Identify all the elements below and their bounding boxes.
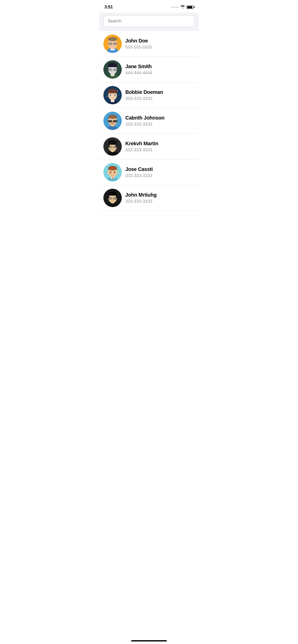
list-item[interactable]: John Mrtiuhg 333-333-3333 xyxy=(99,185,199,211)
avatar xyxy=(103,163,122,181)
wifi-icon xyxy=(180,5,185,9)
contact-info: Jane Smith 444-444-4444 xyxy=(125,64,152,76)
svg-rect-45 xyxy=(108,120,112,122)
status-icons xyxy=(171,5,194,9)
contact-info: Cabnth Johnson 333-333-3333 xyxy=(125,115,165,127)
svg-point-74 xyxy=(116,171,118,174)
svg-rect-34 xyxy=(108,91,117,93)
contact-phone: 333-333-3333 xyxy=(125,199,157,204)
contact-name: Bobbie Doeman xyxy=(125,89,163,95)
svg-point-25 xyxy=(118,95,119,95)
contact-info: Jose Cassti 333-333-3333 xyxy=(125,166,153,178)
list-item[interactable]: Cabnth Johnson 333-333-3333 xyxy=(99,108,199,134)
svg-point-28 xyxy=(106,92,106,93)
contact-info: Bobbie Doeman 333-333-3333 xyxy=(125,89,163,101)
svg-rect-56 xyxy=(108,142,117,145)
svg-point-62 xyxy=(110,147,111,148)
svg-point-36 xyxy=(114,95,116,96)
list-item[interactable]: John Doe 555-555-5555 xyxy=(99,31,199,57)
svg-point-22 xyxy=(115,69,116,70)
contact-info: John Doe 555-555-5555 xyxy=(125,38,152,50)
svg-rect-82 xyxy=(108,194,117,196)
svg-point-75 xyxy=(110,172,111,173)
contact-name: Cabnth Johnson xyxy=(125,115,165,121)
search-container xyxy=(99,13,199,31)
contact-phone: 333-333-3333 xyxy=(125,148,158,153)
avatar xyxy=(103,86,122,104)
list-item[interactable]: Bobbie Doeman 333-333-3333 xyxy=(99,82,199,108)
svg-point-27 xyxy=(107,96,107,97)
list-item[interactable]: Jose Cassti 333-333-3333 xyxy=(99,159,199,185)
list-item[interactable]: Jane Smith 444-444-4444 xyxy=(99,57,199,82)
svg-point-89 xyxy=(114,198,115,199)
search-input[interactable] xyxy=(103,15,195,27)
battery-icon xyxy=(186,5,194,9)
svg-point-88 xyxy=(110,198,111,199)
svg-point-24 xyxy=(117,91,118,92)
contact-name: Krekvh Martin xyxy=(125,141,158,147)
contact-name: John Doe xyxy=(125,38,152,44)
svg-point-35 xyxy=(110,95,111,96)
svg-point-73 xyxy=(107,171,109,174)
avatar xyxy=(103,137,122,156)
svg-rect-17 xyxy=(108,65,117,67)
contact-name: John Mrtiuhg xyxy=(125,192,157,198)
svg-point-63 xyxy=(114,147,115,148)
svg-point-21 xyxy=(110,69,111,70)
contact-phone: 444-444-4444 xyxy=(125,70,152,76)
svg-line-49 xyxy=(117,121,118,121)
contact-info: John Mrtiuhg 333-333-3333 xyxy=(125,192,157,204)
contact-name: Jose Cassti xyxy=(125,166,153,172)
signal-icon xyxy=(171,7,179,8)
avatar xyxy=(103,60,122,79)
contact-phone: 333-333-3333 xyxy=(125,96,163,101)
list-item[interactable]: Krekvh Martin 333-333-3333 xyxy=(99,134,199,159)
svg-line-48 xyxy=(107,121,108,121)
contact-list: John Doe 555-555-5555 xyxy=(99,31,199,211)
contact-name: Jane Smith xyxy=(125,64,152,69)
svg-point-9 xyxy=(110,43,111,44)
avatar xyxy=(103,112,122,130)
status-time: 3:51 xyxy=(104,5,113,10)
svg-point-76 xyxy=(114,172,115,173)
svg-point-10 xyxy=(115,43,116,44)
svg-point-5 xyxy=(108,37,117,41)
svg-rect-72 xyxy=(108,168,117,170)
svg-rect-44 xyxy=(108,117,117,118)
svg-point-50 xyxy=(111,122,114,123)
svg-point-38 xyxy=(113,102,113,103)
avatar xyxy=(103,35,122,53)
svg-rect-46 xyxy=(113,120,117,122)
contact-phone: 555-555-5555 xyxy=(125,45,152,50)
avatar xyxy=(103,189,122,207)
contact-phone: 333-333-3333 xyxy=(125,122,165,127)
contact-info: Krekvh Martin 333-333-3333 xyxy=(125,141,158,153)
svg-point-37 xyxy=(112,102,112,103)
contact-phone: 333-333-3333 xyxy=(125,173,153,178)
status-bar: 3:51 xyxy=(99,0,199,13)
